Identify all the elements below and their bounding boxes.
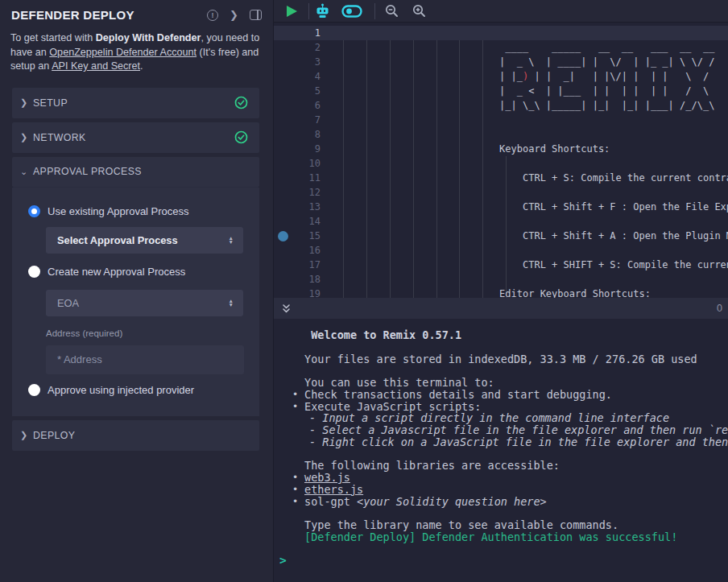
editor-glyph-margin[interactable] xyxy=(274,55,292,69)
terminal-line: You can use this terminal to: xyxy=(274,377,728,389)
radio-create-new[interactable] xyxy=(28,266,40,278)
section-approval-header[interactable]: ⌄ APPROVAL PROCESS xyxy=(12,157,259,188)
listen-count-badge: 0 xyxy=(717,303,722,314)
editor-line-content: CTRL + SHIFT + S: Compile the current co… xyxy=(321,258,728,272)
terminal-line: - Input a script directly in the command… xyxy=(274,412,728,424)
section-setup[interactable]: ❯ SETUP xyxy=(12,88,259,118)
approval-process-select[interactable]: Select Approval Process ▲▼ xyxy=(46,227,243,254)
line-number: 3 xyxy=(292,55,321,69)
editor-line: 4 | |_) | | _| | |\/| | | | \ / xyxy=(274,69,728,84)
terminal-line: The following libraries are accessible: xyxy=(274,460,728,472)
radio-row-existing: Use existing Approval Process xyxy=(28,205,243,217)
line-number: 5 xyxy=(292,84,321,98)
editor-toolbar xyxy=(274,0,728,23)
editor-glyph-margin[interactable] xyxy=(274,272,292,287)
line-number: 2 xyxy=(292,40,321,55)
radio-label: Approve using injected provider xyxy=(48,384,194,396)
terminal-line: Execute JavaScript scripts: xyxy=(274,401,728,413)
editor-glyph-margin[interactable] xyxy=(274,243,292,258)
editor-line: 19 Editor Keyboard Shortcuts: xyxy=(274,287,728,298)
address-input[interactable] xyxy=(46,345,244,374)
line-number: 1 xyxy=(292,26,321,40)
zoom-in-icon[interactable] xyxy=(412,4,426,18)
collapse-terminal-icon[interactable] xyxy=(280,303,292,315)
select-arrows-icon: ▲▼ xyxy=(229,299,234,308)
editor-glyph-margin[interactable] xyxy=(274,185,292,200)
editor-glyph-margin[interactable] xyxy=(274,200,292,214)
radio-injected-provider[interactable] xyxy=(28,384,40,396)
toolbar-separator xyxy=(308,3,309,19)
editor-line: 18 xyxy=(274,272,728,287)
api-key-link[interactable]: API Key and Secret xyxy=(52,60,140,72)
section-network-label: NETWORK xyxy=(33,132,234,143)
terminal-link[interactable]: ethers.js xyxy=(304,483,363,496)
editor-line-content xyxy=(321,243,342,258)
editor-glyph-margin[interactable] xyxy=(274,171,292,185)
terminal-line xyxy=(274,507,728,519)
section-deploy[interactable]: ❯ DEPLOY xyxy=(12,420,259,451)
approval-type-select[interactable]: EOA ▲▼ xyxy=(46,290,243,316)
defender-account-link[interactable]: OpenZeppelin Defender Account xyxy=(49,47,196,58)
terminal-header: 0 xyxy=(274,298,728,319)
address-label: Address (required) xyxy=(46,328,243,338)
editor-line-content xyxy=(321,185,342,200)
terminal-prompt: > xyxy=(274,555,728,567)
editor-glyph-margin[interactable] xyxy=(274,113,292,127)
line-number: 8 xyxy=(292,127,321,142)
terminal-output[interactable]: Welcome to Remix 0.57.1 Your files are s… xyxy=(274,319,728,582)
editor-line: 15 CTRL + Shift + A : Open the Plugin Ma… xyxy=(274,229,728,243)
side-panel-icon[interactable] xyxy=(250,10,262,20)
zoom-out-icon[interactable] xyxy=(385,4,399,18)
editor-glyph-margin[interactable] xyxy=(274,127,292,142)
radio-use-existing[interactable] xyxy=(28,205,40,217)
remix-ai-robot-icon[interactable] xyxy=(315,3,330,19)
check-circle-icon xyxy=(234,96,248,109)
breakpoint-dot[interactable] xyxy=(278,231,288,241)
editor-glyph-margin[interactable] xyxy=(274,258,292,272)
editor-glyph-margin[interactable] xyxy=(274,156,292,171)
editor-line-content: | _ \ | ____| | \/ | |_ _| \ \/ / xyxy=(321,55,714,69)
radio-label: Create new Approval Process xyxy=(48,266,185,278)
terminal-line: Check transactions details and start deb… xyxy=(274,389,728,401)
select-value: EOA xyxy=(57,297,79,309)
plugin-header-icons: ! ❯ xyxy=(207,10,262,21)
terminal-line xyxy=(274,365,728,377)
editor-glyph-margin[interactable] xyxy=(274,98,292,113)
run-script-icon[interactable] xyxy=(287,6,297,17)
approval-process-body: Use existing Approval Process Select App… xyxy=(12,188,259,416)
editor-glyph-margin[interactable] xyxy=(274,26,292,40)
chevron-right-icon[interactable]: ❯ xyxy=(230,10,238,20)
editor-line-content xyxy=(321,127,342,142)
terminal-link[interactable]: web3.js xyxy=(304,471,350,484)
line-number: 16 xyxy=(292,243,321,258)
editor-line: 10 xyxy=(274,156,728,171)
toolbar-separator xyxy=(374,3,375,19)
editor-glyph-margin[interactable] xyxy=(274,40,292,55)
editor-line: 9 Keyboard Shortcuts: xyxy=(274,142,728,156)
editor-line-content xyxy=(321,113,342,127)
defender-deploy-panel: DEFENDER DEPLOY ! ❯ To get started with … xyxy=(0,0,274,582)
plugin-intro-text: To get started with Deploy With Defender… xyxy=(10,31,263,74)
select-arrows-icon: ▲▼ xyxy=(229,236,234,245)
editor-glyph-margin[interactable] xyxy=(274,84,292,98)
terminal-line: web3.js xyxy=(274,472,728,484)
editor-glyph-margin[interactable] xyxy=(274,214,292,229)
editor-glyph-margin[interactable] xyxy=(274,287,292,298)
editor-glyph-margin[interactable] xyxy=(274,69,292,84)
terminal-text: Execute JavaScript scripts: xyxy=(304,400,481,413)
terminal-line: Your files are stored in indexedDB, 33.3… xyxy=(274,353,728,365)
radio-row-new: Create new Approval Process xyxy=(28,266,243,278)
editor-line-content: | |_) | | _| | |\/| | | | \ / xyxy=(321,69,714,84)
info-icon[interactable]: ! xyxy=(207,10,218,21)
editor-line: 3 | _ \ | ____| | \/ | |_ _| \ \/ / xyxy=(274,55,728,69)
editor-line-content xyxy=(321,26,342,40)
editor-line-content: Keyboard Shortcuts: xyxy=(321,142,610,156)
editor-glyph-margin[interactable] xyxy=(274,142,292,156)
code-editor[interactable]: 12 ____ _____ __ __ ___ __ __3 | _ \ | _… xyxy=(274,23,728,298)
terminal-text: - Input a script directly in the command… xyxy=(309,411,669,424)
editor-glyph-margin[interactable] xyxy=(274,229,292,243)
section-network[interactable]: ❯ NETWORK xyxy=(12,122,259,153)
ai-copilot-toggle-icon[interactable] xyxy=(341,4,362,19)
editor-line: 8 xyxy=(274,127,728,142)
accordion-sections: ❯ SETUP ❯ NETWORK ⌄ APPROVAL PROCESS Use… xyxy=(0,88,273,451)
